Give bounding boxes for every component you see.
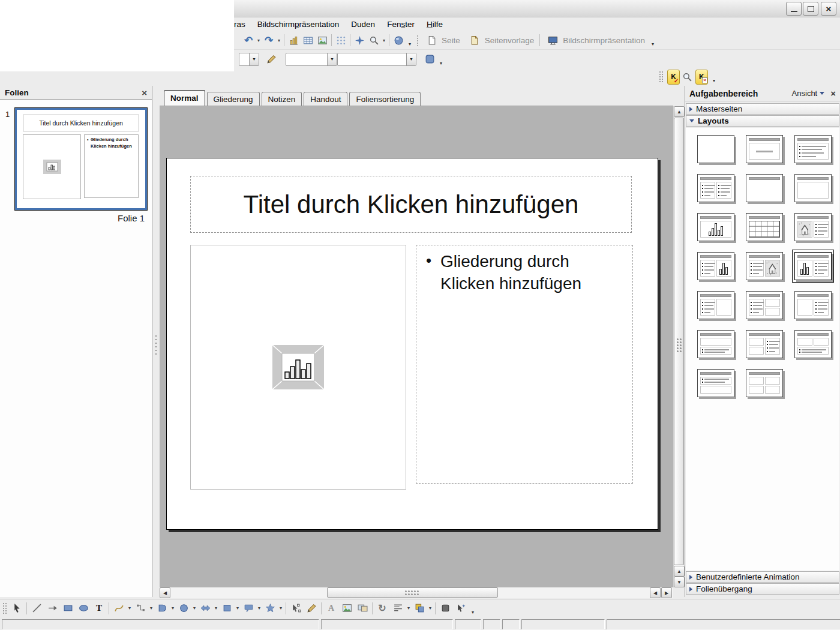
layout-thumb-title-list-image[interactable] — [746, 252, 783, 280]
scroll-up-icon[interactable]: ▲ — [674, 106, 685, 117]
basic-shapes-icon[interactable] — [154, 601, 170, 616]
section-benutzerdefinierte-animation[interactable]: Benutzerdefinierte Animation — [686, 571, 839, 583]
layout-thumb-title-list-two-boxes[interactable] — [746, 291, 783, 319]
edit-points-icon[interactable] — [288, 601, 304, 616]
combobox-dropdown-icon[interactable]: ▼ — [406, 53, 416, 65]
image-icon[interactable] — [315, 33, 329, 47]
horizontal-scroll-thumb[interactable] — [327, 587, 498, 598]
menu-fenster[interactable]: Fenster — [381, 19, 421, 30]
slideshow-icon[interactable] — [545, 33, 560, 47]
alignment-dropdown-icon[interactable]: ▾ — [406, 605, 412, 611]
animation-effect-icon[interactable] — [453, 601, 469, 616]
image-from-file-icon[interactable] — [339, 601, 355, 616]
scroll-right-icon[interactable]: ▶ — [661, 587, 672, 598]
next-slide-icon[interactable]: ▼ — [674, 577, 685, 587]
gallery-icon[interactable] — [355, 601, 370, 616]
slides-panel-close-icon[interactable]: × — [142, 88, 147, 97]
flowchart-icon[interactable] — [219, 601, 235, 616]
close-button[interactable]: × — [821, 2, 836, 16]
arrange-icon[interactable] — [412, 601, 427, 616]
curve-icon[interactable] — [111, 601, 127, 616]
layout-thumb-title-empty-content[interactable] — [794, 174, 832, 202]
splitter-grip-icon[interactable] — [154, 334, 158, 356]
layout-thumb-title-box-list-below[interactable] — [697, 330, 734, 358]
menu-bildschirmprsentation[interactable]: Bildschirmpräsentation — [251, 19, 346, 30]
select-icon[interactable] — [9, 601, 25, 616]
layout-thumb-title-four-boxes[interactable] — [746, 369, 783, 397]
undo-icon[interactable]: ↶ — [241, 33, 256, 47]
fill-style-icon[interactable] — [422, 52, 437, 67]
stars-dropdown-icon[interactable]: ▾ — [278, 605, 284, 611]
slide-thumbnail[interactable]: Titel durch Klicken hinzufügen • Glieder… — [15, 108, 147, 210]
toolbar-overflow-icon[interactable]: ▾ — [649, 34, 657, 47]
page-icon[interactable] — [424, 33, 439, 47]
hyperlink-sphere-icon[interactable] — [391, 33, 406, 47]
page-style-icon[interactable] — [467, 33, 482, 47]
chart-placeholder[interactable] — [190, 245, 406, 490]
scroll-left-icon[interactable]: ◀ — [160, 587, 170, 598]
layout-thumb-blank[interactable] — [697, 135, 734, 163]
menu-duden[interactable]: Duden — [345, 19, 381, 30]
tab-handout[interactable]: Handout — [304, 92, 347, 106]
slide[interactable]: Titel durch Klicken hinzufügen • Glieder… — [166, 158, 658, 530]
callouts-icon[interactable] — [241, 601, 256, 616]
layout-thumb-title-two-lists[interactable] — [697, 174, 734, 202]
section-layouts[interactable]: Layouts — [686, 115, 839, 127]
page-button[interactable]: Seite — [421, 32, 464, 49]
menu-ras[interactable]: ras — [233, 19, 251, 30]
tab-foliensortierung[interactable]: Foliensortierung — [349, 92, 421, 106]
layout-thumb-title-image-list[interactable] — [794, 213, 832, 241]
toolbar-overflow-icon[interactable]: ▾ — [710, 70, 718, 83]
alignment-icon[interactable] — [390, 601, 406, 616]
layout-thumb-title-list[interactable] — [794, 135, 832, 163]
toolbar-overflow-icon[interactable]: ▾ — [406, 34, 414, 47]
tab-notizen[interactable]: Notizen — [262, 92, 302, 106]
horizontal-scrollbar[interactable]: ◀ ◀ ▶ — [160, 587, 673, 598]
arrange-dropdown-icon[interactable]: ▾ — [427, 605, 433, 611]
flowchart-dropdown-icon[interactable]: ▾ — [235, 605, 241, 611]
layout-thumb-title-only[interactable] — [746, 174, 783, 202]
duden-accept-icon[interactable]: K✓ — [667, 70, 680, 85]
redo-dropdown-icon[interactable]: ▾ — [276, 38, 282, 43]
toolbar-grip-icon[interactable] — [659, 71, 664, 83]
glue-points-icon[interactable] — [304, 601, 319, 616]
layout-thumb-title-list-box-below[interactable] — [697, 369, 734, 397]
rotate-icon[interactable]: ↻ — [374, 601, 390, 616]
navigator-star-icon[interactable] — [352, 33, 367, 47]
vertical-scrollbar[interactable]: ▲ ▲ ▼ — [673, 106, 684, 587]
toolbar-combobox[interactable]: ▼ — [286, 53, 337, 66]
ellipse-icon[interactable] — [76, 601, 91, 616]
undo-dropdown-icon[interactable]: ▾ — [256, 38, 262, 43]
view-menu-button[interactable]: Ansicht — [792, 89, 825, 98]
symbol-shapes-dropdown-icon[interactable]: ▾ — [191, 605, 197, 611]
layout-thumb-title-two-boxes-list[interactable] — [746, 330, 783, 358]
curve-dropdown-icon[interactable]: ▾ — [127, 605, 133, 611]
combobox-dropdown-icon[interactable]: ▼ — [249, 53, 259, 65]
duden-zoom-icon[interactable] — [682, 70, 693, 84]
minimize-button[interactable] — [786, 2, 802, 16]
block-arrows-icon[interactable] — [197, 601, 213, 616]
toolbar-combobox[interactable]: ▼ — [239, 53, 259, 66]
toolbar-combobox[interactable]: ▼ — [337, 53, 416, 66]
previous-slide-icon[interactable]: ▲ — [674, 566, 685, 577]
redo-icon[interactable]: ↷ — [262, 33, 276, 47]
pen-icon[interactable] — [264, 52, 278, 67]
slideshow-button[interactable]: Bildschirmpräsentation — [542, 32, 649, 49]
toolbar-grip-icon[interactable] — [2, 602, 7, 614]
line-icon[interactable] — [29, 601, 44, 616]
block-arrows-dropdown-icon[interactable]: ▾ — [213, 605, 219, 611]
layout-thumb-title-box-list[interactable] — [794, 291, 832, 319]
stars-icon[interactable] — [262, 601, 278, 616]
panel-splitter[interactable] — [152, 86, 160, 597]
combobox-dropdown-icon[interactable]: ▼ — [327, 53, 337, 65]
chart-icon[interactable] — [286, 33, 301, 47]
zoom-dropdown-icon[interactable]: ▾ — [381, 38, 387, 43]
zoom-icon[interactable] — [367, 33, 381, 47]
layout-thumb-title-table[interactable] — [746, 213, 783, 241]
tab-gliederung[interactable]: Gliederung — [207, 92, 260, 106]
rectangle-icon[interactable] — [60, 601, 76, 616]
scroll-left-end-icon[interactable]: ◀ — [650, 587, 661, 598]
tab-normal[interactable]: Normal — [164, 90, 205, 106]
interaction-icon[interactable] — [437, 601, 453, 616]
basic-shapes-dropdown-icon[interactable]: ▾ — [170, 605, 176, 611]
